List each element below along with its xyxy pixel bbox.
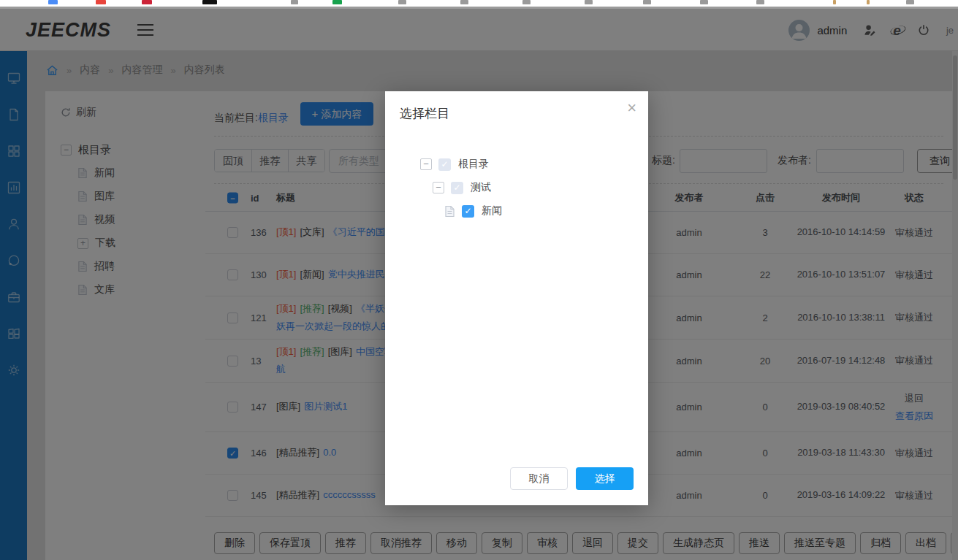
browser-tab-favicon[interactable]	[867, 0, 870, 4]
browser-tab-favicon[interactable]	[142, 0, 152, 4]
close-icon[interactable]: ×	[627, 100, 636, 116]
browser-tab-favicon[interactable]	[906, 0, 914, 4]
checkbox-partial[interactable]: ✓	[438, 158, 451, 171]
dialog-tree-label[interactable]: 新闻	[482, 204, 502, 218]
browser-tab-favicon[interactable]	[460, 0, 468, 4]
select-channel-dialog: 选择栏目 × − ✓ 根目录 − ✓ 测试 ✓ 新闻 取消 选择	[385, 91, 648, 505]
cancel-button[interactable]: 取消	[510, 467, 568, 490]
checkbox-checked[interactable]: ✓	[462, 205, 474, 218]
dialog-tree-row: − ✓ 测试	[385, 176, 648, 199]
browser-tab-favicon[interactable]	[833, 0, 836, 4]
browser-tab-favicon[interactable]	[202, 0, 217, 4]
browser-tab-favicon[interactable]	[756, 0, 764, 4]
browser-tab-favicon[interactable]	[332, 0, 342, 4]
browser-tab-favicon[interactable]	[643, 0, 651, 4]
collapse-icon[interactable]: −	[420, 158, 432, 170]
dialog-title: 选择栏目	[400, 105, 449, 122]
dialog-tree-label[interactable]: 根目录	[458, 158, 489, 171]
browser-chrome-edge	[0, 7, 958, 9]
document-icon	[444, 205, 455, 218]
browser-tab-favicon[interactable]	[522, 0, 531, 4]
confirm-button[interactable]: 选择	[576, 467, 634, 490]
dialog-footer: 取消 选择	[510, 467, 634, 490]
browser-tab-favicon[interactable]	[398, 0, 406, 4]
browser-tab-favicon[interactable]	[700, 0, 708, 4]
browser-tab-favicon[interactable]	[291, 0, 298, 4]
browser-tab-strip	[0, 0, 958, 7]
browser-tab-favicon[interactable]	[48, 0, 58, 4]
browser-tab-favicon[interactable]	[585, 0, 593, 4]
dialog-channel-tree: − ✓ 根目录 − ✓ 测试 ✓ 新闻	[385, 153, 648, 223]
collapse-icon[interactable]: −	[433, 182, 444, 193]
dialog-tree-row: − ✓ 根目录	[385, 153, 648, 176]
browser-tab-favicon[interactable]	[96, 0, 106, 4]
dialog-tree-label[interactable]: 测试	[471, 181, 491, 194]
checkbox-partial[interactable]: ✓	[451, 182, 463, 194]
dialog-tree-row: ✓ 新闻	[385, 199, 648, 223]
